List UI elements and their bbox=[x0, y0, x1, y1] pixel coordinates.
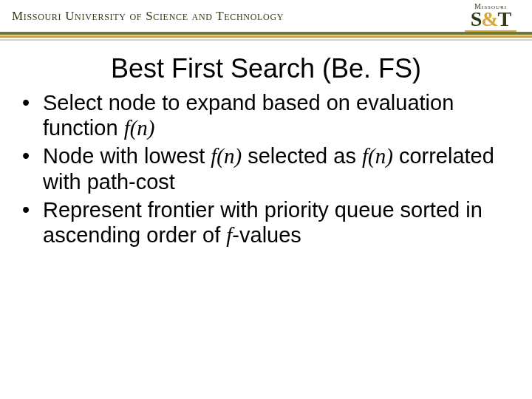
slide-body: Select node to expand based on evaluatio… bbox=[0, 84, 532, 248]
slide: Missouri University of Science and Techn… bbox=[0, 0, 532, 399]
list-item: Node with lowest f(n) selected as f(n) c… bbox=[19, 143, 513, 194]
list-item: Represent frontier with priority queue s… bbox=[19, 197, 513, 248]
university-name: Missouri University of Science and Techn… bbox=[12, 9, 284, 24]
university-logo: Missouri S&T bbox=[460, 3, 522, 33]
logo-main-text: S&T bbox=[460, 9, 522, 30]
slide-title: Best First Search (Be. FS) bbox=[0, 53, 532, 84]
header-divider bbox=[0, 32, 532, 41]
bullet-list: Select node to expand based on evaluatio… bbox=[19, 90, 513, 248]
list-item: Select node to expand based on evaluatio… bbox=[19, 90, 513, 140]
slide-header: Missouri University of Science and Techn… bbox=[0, 0, 532, 41]
